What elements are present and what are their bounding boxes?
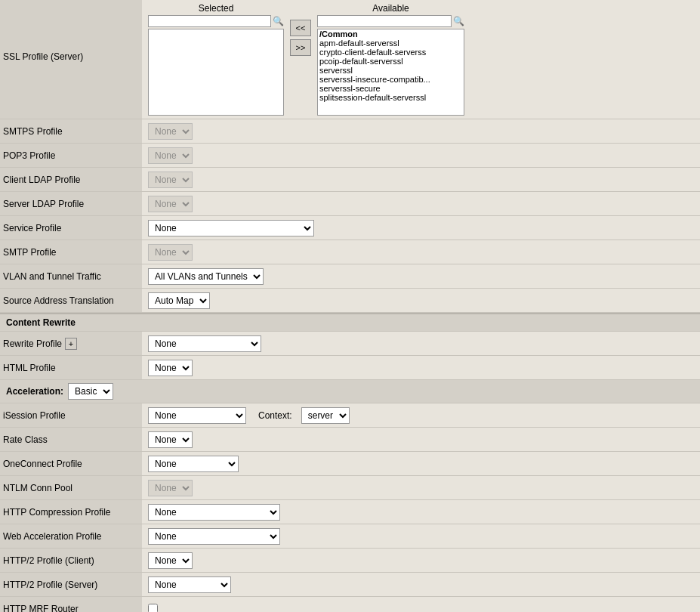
ssl-profile-server-label: SSL Profile (Server) — [0, 0, 142, 113]
client-ldap-profile-value: None — [142, 168, 700, 191]
web-acceleration-profile-value: None — [142, 524, 700, 548]
web-acceleration-profile-row: Web Acceleration Profile None — [0, 524, 700, 549]
http-compression-profile-row: HTTP Compression Profile None — [0, 500, 700, 524]
html-profile-select[interactable]: None — [148, 360, 193, 376]
http2-client-profile-value: None — [142, 549, 700, 572]
ssl-profile-server-value: Selected 🔍 << >> Available 🔍 — [142, 0, 700, 119]
move-left-button[interactable]: << — [290, 20, 311, 36]
service-profile-select[interactable]: None — [148, 220, 314, 236]
smtps-profile-row: SMTPS Profile None — [0, 119, 700, 144]
oneconnect-profile-value: None — [142, 452, 700, 475]
service-profile-row: Service Profile None — [0, 216, 700, 240]
acceleration-label: Acceleration: — [6, 386, 63, 397]
rate-class-row: Rate Class None — [0, 428, 700, 452]
http2-client-profile-label: HTTP/2 Profile (Client) — [0, 552, 142, 569]
smtps-profile-value: None — [142, 119, 700, 143]
selected-header: Selected — [148, 3, 284, 14]
selected-search-icon[interactable]: 🔍 — [273, 16, 284, 26]
rewrite-profile-select[interactable]: None — [148, 335, 261, 352]
rate-class-select[interactable]: None — [148, 431, 193, 448]
rewrite-profile-label-cell: Rewrite Profile + — [0, 335, 142, 353]
move-right-button[interactable]: >> — [290, 39, 311, 56]
client-ldap-profile-select[interactable]: None — [148, 172, 193, 188]
list-item[interactable]: serverssl-insecure-compatib... — [318, 75, 464, 84]
content-rewrite-header: Content Rewrite — [0, 313, 700, 332]
transfer-buttons: << >> — [290, 20, 311, 56]
ntlm-conn-pool-row: NTLM Conn Pool None — [0, 476, 700, 500]
service-profile-label: Service Profile — [0, 220, 142, 236]
available-list-container: Available 🔍 /Common apm-default-serverss… — [317, 3, 464, 116]
oneconnect-profile-select[interactable]: None — [148, 456, 239, 472]
acceleration-select[interactable]: Basic None — [68, 383, 113, 400]
server-ldap-profile-row: Server LDAP Profile None — [0, 192, 700, 216]
http-mrf-router-row: HTTP MRF Router — [0, 597, 700, 612]
source-addr-translation-row: Source Address Translation Auto Map — [0, 289, 700, 313]
service-profile-value: None — [142, 216, 700, 240]
http2-server-profile-select[interactable]: None — [148, 576, 231, 593]
server-ldap-profile-value: None — [142, 192, 700, 215]
http-compression-profile-select[interactable]: None — [148, 504, 280, 521]
isession-profile-value: None Context: server client — [142, 403, 700, 427]
oneconnect-profile-row: OneConnect Profile None — [0, 452, 700, 476]
list-item[interactable]: splitsession-default-serverssl — [318, 93, 464, 102]
pop3-profile-select[interactable]: None — [148, 147, 193, 164]
client-ldap-profile-row: Client LDAP Profile None — [0, 168, 700, 192]
isession-profile-select[interactable]: None — [148, 407, 246, 424]
list-item[interactable]: pcoip-default-serverssl — [318, 57, 464, 66]
html-profile-label: HTML Profile — [0, 360, 142, 376]
http2-server-profile-row: HTTP/2 Profile (Server) None — [0, 573, 700, 597]
ntlm-conn-pool-label: NTLM Conn Pool — [0, 480, 142, 496]
selected-search-input[interactable] — [148, 15, 271, 27]
http2-server-profile-value: None — [142, 573, 700, 596]
smtp-profile-label: SMTP Profile — [0, 244, 142, 261]
list-item[interactable]: crypto-client-default-serverss — [318, 48, 464, 57]
source-addr-translation-select[interactable]: Auto Map — [148, 292, 210, 309]
oneconnect-profile-label: OneConnect Profile — [0, 456, 142, 472]
smtp-profile-select[interactable]: None — [148, 244, 193, 261]
smtp-profile-row: SMTP Profile None — [0, 240, 700, 264]
rate-class-label: Rate Class — [0, 431, 142, 448]
smtps-profile-label: SMTPS Profile — [0, 123, 142, 140]
smtps-profile-select[interactable]: None — [148, 123, 193, 140]
ntlm-conn-pool-value: None — [142, 476, 700, 499]
context-label: Context: — [258, 410, 292, 421]
available-header: Available — [317, 3, 464, 14]
http2-client-profile-row: HTTP/2 Profile (Client) None — [0, 549, 700, 573]
acceleration-section: Acceleration: Basic None — [0, 380, 700, 403]
web-acceleration-profile-select[interactable]: None — [148, 528, 280, 545]
isession-profile-row: iSession Profile None Context: server cl… — [0, 403, 700, 428]
client-ldap-profile-label: Client LDAP Profile — [0, 172, 142, 188]
available-search-input[interactable] — [317, 15, 452, 27]
server-ldap-profile-select[interactable]: None — [148, 196, 193, 212]
vlan-tunnel-row: VLAN and Tunnel Traffic All VLANs and Tu… — [0, 264, 700, 289]
rewrite-profile-label: Rewrite Profile — [3, 338, 62, 349]
selected-listbox[interactable] — [148, 29, 284, 116]
list-item[interactable]: serverssl — [318, 66, 464, 75]
available-listbox[interactable]: /Common apm-default-serverssl crypto-cli… — [317, 29, 464, 116]
http-mrf-router-label: HTTP MRF Router — [0, 601, 142, 613]
smtp-profile-value: None — [142, 240, 700, 264]
pop3-profile-value: None — [142, 144, 700, 167]
http2-client-profile-select[interactable]: None — [148, 552, 193, 569]
http-mrf-router-value — [142, 597, 700, 612]
context-select[interactable]: server client — [301, 407, 350, 424]
list-item[interactable]: /Common — [318, 29, 464, 39]
selected-list-container: Selected 🔍 — [148, 3, 284, 116]
list-item[interactable]: serverssl-secure — [318, 84, 464, 93]
available-search-icon[interactable]: 🔍 — [453, 16, 464, 26]
rewrite-profile-value: None — [142, 332, 700, 355]
pop3-profile-row: POP3 Profile None — [0, 144, 700, 168]
rewrite-profile-plus-button[interactable]: + — [65, 338, 77, 350]
vlan-tunnel-value: All VLANs and Tunnels — [142, 264, 700, 288]
rate-class-value: None — [142, 428, 700, 451]
http-mrf-router-checkbox[interactable] — [148, 604, 158, 612]
ntlm-conn-pool-select[interactable]: None — [148, 480, 193, 496]
http-compression-profile-value: None — [142, 500, 700, 524]
source-addr-translation-label: Source Address Translation — [0, 292, 142, 309]
web-acceleration-profile-label: Web Acceleration Profile — [0, 528, 142, 545]
list-item[interactable]: apm-default-serverssl — [318, 39, 464, 48]
source-addr-translation-value: Auto Map — [142, 289, 700, 312]
isession-profile-label: iSession Profile — [0, 407, 142, 424]
http2-server-profile-label: HTTP/2 Profile (Server) — [0, 576, 142, 593]
vlan-tunnel-select[interactable]: All VLANs and Tunnels — [148, 268, 264, 285]
